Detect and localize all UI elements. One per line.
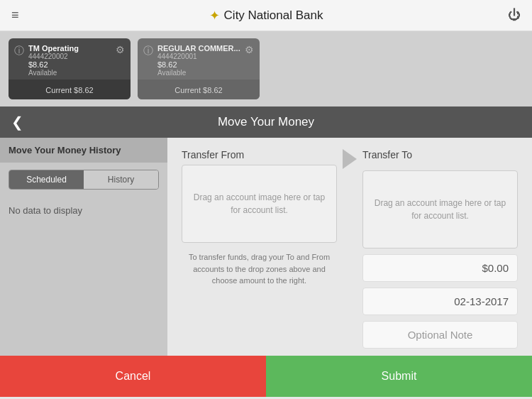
gear-icon-1[interactable]: ⚙ (116, 44, 125, 55)
bottom-bar: Cancel Submit (0, 356, 532, 397)
section-title: Move Your Money (218, 115, 314, 129)
back-icon[interactable]: ❮ (11, 114, 23, 131)
submit-button[interactable]: Submit (266, 356, 532, 397)
account-card-bottom-1: Current $8.62 (9, 80, 131, 99)
app-title: City National Bank (224, 9, 323, 23)
account-amount-1: $8.62 (28, 60, 111, 69)
account-card-bottom-2: Current $8.62 (138, 80, 260, 99)
account-current-2: Current $8.62 (174, 86, 222, 94)
sidebar-title: Move Your Money History (0, 138, 167, 163)
account-avail-2: Available (157, 69, 240, 77)
account-name-1: TM Operating (28, 44, 111, 53)
account-details-1: TM Operating 4444220002 $8.62 Available (28, 44, 111, 77)
transfer-to-block: Transfer To Drag an account image here o… (362, 149, 518, 349)
accounts-row: ⓘ TM Operating 4444220002 $8.62 Availabl… (0, 31, 532, 106)
menu-icon[interactable]: ≡ (11, 8, 19, 23)
top-nav: ≡ ✦ City National Bank ⏻ (0, 0, 532, 31)
account-card-2[interactable]: ⓘ REGULAR COMMER... 4444220001 $8.62 Ava… (138, 38, 260, 99)
brand: ✦ City National Bank (209, 8, 323, 23)
transfer-to-label: Transfer To (362, 149, 518, 160)
arrow-block (337, 149, 362, 176)
power-icon[interactable]: ⏻ (508, 8, 521, 23)
gear-icon-2[interactable]: ⚙ (245, 44, 254, 55)
section-header: ❮ Move Your Money (0, 106, 532, 138)
transfer-area: Transfer From Drag an account image here… (182, 149, 518, 349)
content-body: Move Your Money History Scheduled Histor… (0, 138, 532, 356)
account-amount-2: $8.62 (157, 60, 240, 69)
arrow-icon (343, 149, 357, 169)
account-number-1: 4444220002 (28, 53, 111, 60)
account-avail-1: Available (28, 69, 111, 77)
sidebar-tabs: Scheduled History (9, 170, 159, 190)
info-icon-2: ⓘ (143, 45, 153, 58)
date-input[interactable] (362, 288, 518, 315)
account-name-2: REGULAR COMMER... (157, 44, 240, 53)
drop-zone-to-text: Drag an account image here or tap for ac… (372, 197, 509, 222)
transfer-to-dropzone[interactable]: Drag an account image here or tap for ac… (362, 170, 518, 248)
note-input[interactable] (362, 321, 518, 349)
account-card-1[interactable]: ⓘ TM Operating 4444220002 $8.62 Availabl… (9, 38, 131, 99)
account-current-1: Current $8.62 (45, 86, 93, 94)
account-number-2: 4444220001 (157, 53, 240, 60)
drop-zone-from-text: Drag an account image here or tap for ac… (191, 191, 328, 217)
transfer-from-label: Transfer From (182, 149, 337, 160)
transfer-from-block: Transfer From Drag an account image here… (182, 149, 337, 287)
right-main: Transfer From Drag an account image here… (167, 138, 532, 356)
tab-scheduled[interactable]: Scheduled (9, 170, 84, 189)
amount-input[interactable] (362, 254, 518, 282)
brand-star-icon: ✦ (209, 8, 220, 23)
transfer-from-dropzone[interactable]: Drag an account image here or tap for ac… (182, 165, 337, 243)
transfer-hint-block: To transfer funds, drag your To and From… (182, 248, 337, 287)
info-icon-1: ⓘ (14, 45, 24, 58)
sidebar-empty-message: No data to display (0, 197, 167, 224)
cancel-button[interactable]: Cancel (0, 356, 266, 397)
transfer-hint: To transfer funds, drag your To and From… (182, 251, 337, 287)
tab-history[interactable]: History (84, 170, 158, 189)
account-details-2: REGULAR COMMER... 4444220001 $8.62 Avail… (157, 44, 240, 77)
sidebar: Move Your Money History Scheduled Histor… (0, 138, 167, 356)
